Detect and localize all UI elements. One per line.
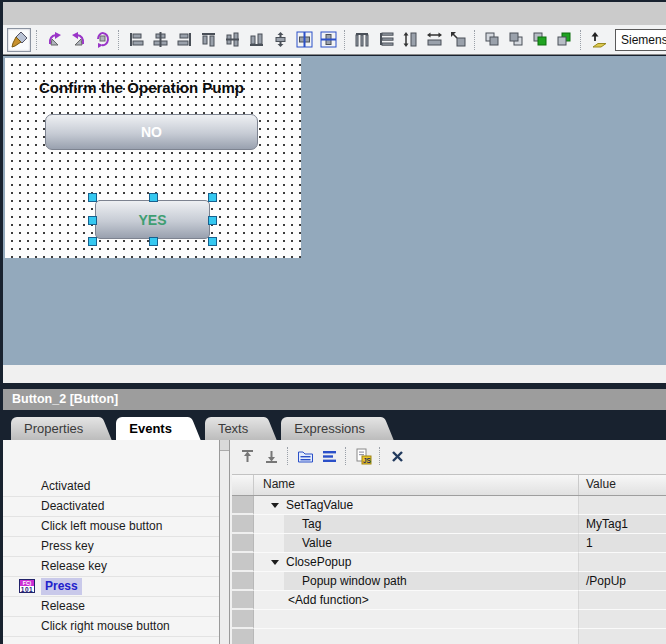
- selection-handle[interactable]: [208, 237, 217, 246]
- align-left-icon[interactable]: [125, 29, 147, 51]
- tab-texts[interactable]: Texts: [205, 417, 264, 440]
- rotate-left-icon[interactable]: [67, 29, 89, 51]
- event-item-activated[interactable]: Activated: [3, 477, 219, 497]
- function-value-cell[interactable]: [578, 629, 666, 644]
- expander-icon[interactable]: [271, 560, 279, 565]
- function-name-cell[interactable]: Tag: [254, 515, 578, 534]
- column-header-value[interactable]: Value: [578, 475, 666, 495]
- function-table-header: Name Value: [232, 474, 666, 496]
- row-gutter: [232, 496, 254, 515]
- function-name-cell[interactable]: Value: [254, 534, 578, 553]
- convert-to-script-icon[interactable]: JS: [352, 445, 374, 467]
- event-item-release[interactable]: Release: [3, 597, 219, 617]
- column-header-name[interactable]: Name: [254, 475, 578, 495]
- event-item-label: Release: [41, 599, 85, 613]
- function-value-cell[interactable]: [578, 553, 666, 572]
- event-item-click-right-mouse-button[interactable]: Click right mouse button: [3, 617, 219, 637]
- send-backward-icon[interactable]: [505, 29, 527, 51]
- scrollbar-button[interactable]: [220, 440, 229, 451]
- center-vertical-frame-icon[interactable]: [317, 29, 339, 51]
- event-item-label: Deactivated: [41, 499, 104, 513]
- align-middle-icon[interactable]: [221, 29, 243, 51]
- tab-label: Properties: [24, 421, 83, 436]
- tia-portal-screen-editor: Siemens Confirm the Operation Pump NO YE…: [0, 0, 666, 644]
- selection-handle[interactable]: [149, 193, 158, 202]
- function-name-cell[interactable]: Popup window path: [254, 572, 578, 591]
- row-gutter: [232, 553, 254, 572]
- event-item-click-left-mouse-button[interactable]: Click left mouse button: [3, 517, 219, 537]
- align-right-icon[interactable]: [173, 29, 195, 51]
- format-paint-icon[interactable]: [7, 28, 31, 52]
- function-name-cell[interactable]: [254, 610, 578, 629]
- screen-editor-area[interactable]: Confirm the Operation Pump NO YES: [3, 56, 666, 365]
- function-value-cell[interactable]: /PopUp: [578, 572, 666, 591]
- function-name: Popup window path: [302, 574, 407, 588]
- event-item-release-key[interactable]: Release key: [3, 557, 219, 577]
- hmi-yes-button[interactable]: YES: [95, 200, 210, 239]
- match-height-icon[interactable]: [399, 29, 421, 51]
- function-name-cell[interactable]: <Add function>: [254, 591, 578, 610]
- function-table-row[interactable]: Popup window path/PopUp: [232, 572, 666, 591]
- event-item-press-key[interactable]: Press key: [3, 537, 219, 557]
- function-value-cell[interactable]: [578, 610, 666, 629]
- move-down-icon[interactable]: [260, 445, 282, 467]
- function-table-row[interactable]: ClosePopup: [232, 553, 666, 572]
- send-to-back-icon[interactable]: [553, 29, 575, 51]
- selection-handle[interactable]: [149, 237, 158, 246]
- toolbar-separator: [36, 30, 38, 50]
- tab-expressions[interactable]: Expressions: [281, 417, 381, 440]
- delete-icon[interactable]: [386, 445, 408, 467]
- align-top-icon[interactable]: [197, 29, 219, 51]
- rotate-right-icon[interactable]: [43, 29, 65, 51]
- center-horizontal-frame-icon[interactable]: [293, 29, 315, 51]
- center-cross-icon[interactable]: [269, 29, 291, 51]
- event-item-deactivated[interactable]: Deactivated: [3, 497, 219, 517]
- match-size-icon[interactable]: [447, 29, 469, 51]
- align-center-icon[interactable]: [149, 29, 171, 51]
- style-profile-select[interactable]: Siemens: [615, 29, 666, 51]
- event-list-scrollbar[interactable]: [219, 440, 230, 644]
- function-table-row[interactable]: TagMyTag1: [232, 515, 666, 534]
- function-value-cell[interactable]: [578, 591, 666, 610]
- popup-screen-canvas[interactable]: Confirm the Operation Pump NO YES: [5, 58, 301, 258]
- toolbar-icon-groups: [6, 25, 634, 54]
- add-group-icon[interactable]: [294, 445, 316, 467]
- align-bottom-icon[interactable]: [245, 29, 267, 51]
- move-layer-up-icon[interactable]: [587, 29, 609, 51]
- bring-to-front-icon[interactable]: [529, 29, 551, 51]
- function-table-row-empty[interactable]: [232, 629, 666, 644]
- event-item-press[interactable]: FC)101Press: [3, 577, 219, 597]
- distribute-horizontal-icon[interactable]: [351, 29, 373, 51]
- row-gutter: [232, 534, 254, 553]
- function-name-cell[interactable]: ClosePopup: [254, 553, 578, 572]
- selection-handle[interactable]: [88, 237, 97, 246]
- toolbar-separator: [344, 30, 346, 50]
- selection-handle[interactable]: [88, 193, 97, 202]
- rotate-clockwise-icon[interactable]: [91, 29, 113, 51]
- match-width-icon[interactable]: [423, 29, 445, 51]
- list-view-icon[interactable]: [318, 445, 340, 467]
- canvas-text-object[interactable]: Confirm the Operation Pump: [39, 79, 244, 96]
- function-value-cell[interactable]: MyTag1: [578, 515, 666, 534]
- hmi-no-button[interactable]: NO: [45, 114, 258, 150]
- bring-forward-icon[interactable]: [481, 29, 503, 51]
- function-table-row[interactable]: Value1: [232, 534, 666, 553]
- function-table-row-empty[interactable]: [232, 610, 666, 629]
- header-gutter: [232, 475, 254, 495]
- move-up-icon[interactable]: [236, 445, 258, 467]
- distribute-vertical-icon[interactable]: [375, 29, 397, 51]
- tab-events[interactable]: Events: [116, 417, 188, 440]
- function-table-row[interactable]: <Add function>: [232, 591, 666, 610]
- function-value-cell[interactable]: [578, 496, 666, 515]
- inspector-tabs: PropertiesEventsTextsExpressions: [3, 410, 666, 440]
- selection-handle[interactable]: [88, 216, 97, 225]
- expander-icon[interactable]: [271, 503, 279, 508]
- function-name-cell[interactable]: SetTagValue: [254, 496, 578, 515]
- function-name-cell[interactable]: [254, 629, 578, 644]
- selection-handle[interactable]: [208, 216, 217, 225]
- function-table-row[interactable]: SetTagValue: [232, 496, 666, 515]
- function-value-cell[interactable]: 1: [578, 534, 666, 553]
- selection-handle[interactable]: [208, 193, 217, 202]
- tab-properties[interactable]: Properties: [11, 417, 99, 440]
- event-item-label: Press: [41, 578, 82, 595]
